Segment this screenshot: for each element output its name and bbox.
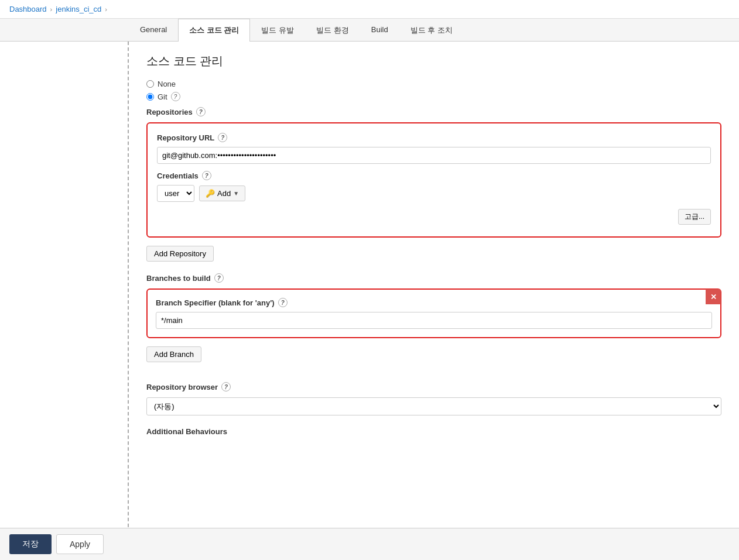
tab-scm[interactable]: 소스 코드 관리 <box>178 19 250 42</box>
add-branch-button[interactable]: Add Branch <box>146 346 201 362</box>
advanced-row: 고급... <box>157 209 711 225</box>
tab-environment[interactable]: 빌드 환경 <box>305 19 360 42</box>
tab-post[interactable]: 빌드 후 조치 <box>399 19 464 42</box>
repo-browser-select[interactable]: (자동) <box>146 397 721 415</box>
repo-url-help-icon[interactable]: ? <box>218 133 227 142</box>
repo-url-input[interactable] <box>157 147 711 164</box>
branch-specifier-box: ✕ Branch Specifier (blank for 'any') ? <box>146 288 721 338</box>
breadcrumb-job[interactable]: jenkins_ci_cd <box>56 5 101 13</box>
advanced-button[interactable]: 고급... <box>678 209 711 225</box>
credentials-row: user 🔑 Add ▼ <box>157 185 711 202</box>
branches-label: Branches to build ? <box>146 273 721 283</box>
save-button[interactable]: 저장 <box>9 534 52 545</box>
additional-behaviours-label: Additional Behaviours <box>146 427 721 436</box>
repositories-label: Repositories ? <box>146 107 721 116</box>
main-content: 소스 코드 관리 None Git ? Repositories ? Repos… <box>0 42 739 545</box>
bottom-bar: 저장 Apply <box>0 528 739 545</box>
repository-url-box: Repository URL ? Credentials ? user 🔑 Ad… <box>146 122 721 238</box>
breadcrumb-sep2: › <box>105 6 107 13</box>
radio-none-row: None <box>146 80 721 88</box>
content-area: 소스 코드 관리 None Git ? Repositories ? Repos… <box>129 42 739 545</box>
tab-triggers[interactable]: 빌드 유발 <box>250 19 305 42</box>
breadcrumb-dashboard[interactable]: Dashboard <box>9 5 47 13</box>
radio-git-label[interactable]: Git <box>158 92 167 101</box>
repo-url-label: Repository URL ? <box>157 133 711 142</box>
breadcrumb-sep1: › <box>50 6 53 13</box>
tab-build[interactable]: Build <box>360 19 399 42</box>
radio-none-label[interactable]: None <box>158 80 176 88</box>
repo-browser-section: Repository browser ? (자동) <box>146 382 721 415</box>
sidebar <box>0 42 129 545</box>
repo-browser-label: Repository browser ? <box>146 382 721 391</box>
apply-button[interactable]: Apply <box>56 534 104 545</box>
tab-general[interactable]: General <box>129 19 178 42</box>
credentials-help-icon[interactable]: ? <box>202 171 211 180</box>
tabs-bar: General 소스 코드 관리 빌드 유발 빌드 환경 Build 빌드 후 … <box>0 19 739 42</box>
remove-branch-button[interactable]: ✕ <box>706 289 721 304</box>
branch-specifier-label: Branch Specifier (blank for 'any') ? <box>156 298 712 307</box>
credentials-label: Credentials ? <box>157 171 711 180</box>
dropdown-arrow-icon: ▼ <box>233 190 239 197</box>
branches-help-icon[interactable]: ? <box>214 273 224 283</box>
radio-git-row: Git ? <box>146 92 721 101</box>
credentials-section: Credentials ? user 🔑 Add ▼ <box>157 171 711 202</box>
add-label: Add <box>217 189 231 198</box>
add-credentials-button[interactable]: 🔑 Add ▼ <box>199 185 245 201</box>
branch-specifier-help-icon[interactable]: ? <box>278 298 288 307</box>
page-title: 소스 코드 관리 <box>146 53 721 69</box>
branch-specifier-input[interactable] <box>156 312 712 329</box>
additional-behaviours-section: Additional Behaviours <box>146 427 721 436</box>
scm-radio-group: None Git ? <box>146 80 721 101</box>
radio-none[interactable] <box>146 80 154 88</box>
add-repository-button[interactable]: Add Repository <box>146 246 214 262</box>
branches-section: Branches to build ? ✕ Branch Specifier (… <box>146 273 721 374</box>
key-icon: 🔑 <box>206 189 215 198</box>
credentials-select[interactable]: user <box>157 185 194 202</box>
topbar: Dashboard › jenkins_ci_cd › <box>0 0 739 19</box>
radio-git[interactable] <box>146 93 154 101</box>
git-help-icon[interactable]: ? <box>171 92 180 101</box>
repo-browser-help-icon[interactable]: ? <box>221 382 231 391</box>
repositories-help-icon[interactable]: ? <box>196 107 206 116</box>
